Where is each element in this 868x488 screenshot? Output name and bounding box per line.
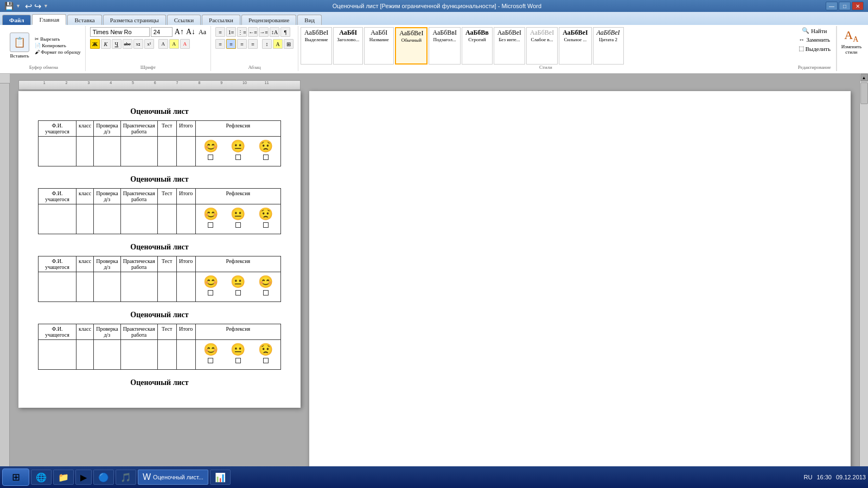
title-bar: 💾 ▼ ↩ ↪ ▼ Оценочный лист [Режим ограниче…	[0, 0, 868, 12]
scroll-up-button[interactable]: ▲	[860, 74, 868, 81]
vba-icon: 📊	[215, 472, 226, 483]
font-row2: Ж К Ч abe x₂ x¹ А А А	[90, 39, 190, 49]
font-name-input[interactable]	[90, 27, 150, 37]
col-class-2: класс	[76, 189, 94, 204]
align-right-button[interactable]: ≡	[237, 39, 247, 49]
text-effect-button[interactable]: А	[158, 39, 168, 49]
cell-class-3	[76, 272, 94, 302]
align-left-button[interactable]: ≡	[215, 39, 225, 49]
tab-review[interactable]: Рецензирование	[241, 15, 296, 25]
taskbar-ie[interactable]: 🌐	[31, 470, 52, 485]
tab-references[interactable]: Ссылки	[167, 15, 201, 25]
find-button[interactable]: 🔍 Найти	[802, 27, 827, 34]
font-grow-button[interactable]: A↑	[175, 28, 184, 36]
font-size-input[interactable]	[151, 27, 173, 37]
style-цитата[interactable]: АаБбВеIЦитата 2	[593, 27, 624, 65]
align-center-button[interactable]: ≡	[226, 39, 236, 49]
borders-button[interactable]: ⊞	[284, 39, 293, 49]
italic-button[interactable]: К	[101, 39, 111, 49]
clear-format-button[interactable]: Aa	[199, 28, 206, 36]
ruler-corner	[0, 74, 10, 84]
cell-test-4	[157, 340, 176, 370]
list-bullets-button[interactable]: ≡	[215, 27, 225, 37]
tab-file[interactable]: Файл	[2, 15, 31, 25]
shading-button[interactable]: A	[273, 39, 283, 49]
style-сильное[interactable]: АаБбВеIСильное ...	[559, 27, 591, 65]
cell-reflex-2: 😊 😐 😟	[195, 204, 280, 234]
col-name-2: Ф.И. учащегося	[39, 189, 76, 204]
style-выделение[interactable]: АаБбВеIВыделение	[301, 27, 332, 65]
style-слабое-в[interactable]: АаБбВеIСлабое в...	[526, 27, 558, 65]
cell-total-3	[176, 272, 195, 302]
sort-button[interactable]: ↕A	[270, 27, 279, 37]
taskbar-vba[interactable]: 📊	[210, 470, 231, 485]
maximize-button[interactable]: □	[839, 2, 851, 10]
emoji-sad-3: 😊	[258, 276, 273, 288]
ruler-horizontal: 1 2 3 4 5 6 7 8 9 10 11	[18, 80, 301, 90]
taskbar-word[interactable]: W Оценочный лист...	[138, 470, 208, 485]
checkbox-sad-1	[263, 155, 269, 160]
justify-button[interactable]: ≡	[248, 39, 258, 49]
checkbox-neutral-2	[235, 222, 241, 228]
start-button[interactable]: ⊞	[2, 468, 29, 486]
style-без-инте[interactable]: АаБбВеIБез инте...	[494, 27, 525, 65]
section-4-title: Оценочный лист	[38, 311, 281, 319]
taskbar-explorer[interactable]: 📁	[53, 470, 74, 485]
font-shrink-button[interactable]: A↓	[186, 28, 195, 36]
multilevel-list-button[interactable]: ⋮≡	[237, 27, 247, 37]
style-обычный[interactable]: АаБбВеIОбычный	[395, 27, 427, 65]
close-button[interactable]: ✕	[852, 2, 864, 10]
cell-total-2	[176, 204, 195, 234]
copy-button[interactable]: 📄 Копировать	[35, 43, 81, 48]
replace-icon: ↔	[799, 36, 805, 43]
paragraph-content: ≡ 1≡ ⋮≡ ←≡ →≡ ↕A ¶ ≡ ≡ ≡ ≡ ↕ A ⊞	[215, 27, 293, 63]
change-styles-button[interactable]: AA	[844, 28, 858, 44]
font-color-button[interactable]: А	[180, 39, 190, 49]
tab-page-layout[interactable]: Разметка страницы	[103, 15, 166, 25]
col-class-4: класс	[76, 324, 94, 340]
checkbox-happy-4	[208, 358, 213, 363]
ribbon-body: 📋 Вставить ✂ Вырезать 📄 Копировать 🖌 Фор…	[0, 25, 868, 74]
font-label: Шрифт	[141, 65, 156, 70]
decrease-indent-button[interactable]: ←≡	[248, 27, 258, 37]
tab-mailings[interactable]: Рассылки	[202, 15, 240, 25]
style-строгий[interactable]: АаБбВвСтрогий	[462, 27, 493, 65]
col-reflex-1: Рефлексия	[195, 121, 280, 137]
cell-hw-3	[94, 272, 120, 302]
tab-view[interactable]: Вид	[297, 15, 322, 25]
col-practice-2: Практическая работа	[120, 189, 157, 204]
section-1-title: Оценочный лист	[38, 107, 281, 116]
taskbar-media[interactable]: ▶	[75, 470, 92, 485]
bold-button[interactable]: Ж	[90, 39, 100, 49]
taskbar-winamp[interactable]: 🎵	[116, 470, 136, 485]
checkbox-happy-2	[208, 222, 213, 228]
strikethrough-button[interactable]: abe	[123, 39, 132, 49]
checkbox-sad-2	[263, 222, 269, 228]
scroll-thumb[interactable]	[860, 82, 868, 104]
paste-button[interactable]: 📋 Вставить	[7, 33, 33, 59]
superscript-button[interactable]: x¹	[144, 39, 154, 49]
style-название[interactable]: АаБбIНазвание	[364, 27, 394, 65]
tray-date: 09.12.2013	[836, 474, 866, 480]
checkbox-happy-3	[208, 290, 213, 296]
taskbar-chrome[interactable]: 🔵	[93, 470, 114, 485]
highlight-button[interactable]: А	[169, 39, 179, 49]
underline-button[interactable]: Ч	[112, 39, 122, 49]
increase-indent-button[interactable]: →≡	[259, 27, 269, 37]
subscript-button[interactable]: x₂	[133, 39, 143, 49]
replace-button[interactable]: ↔ Заменить	[799, 36, 830, 43]
cut-button[interactable]: ✂ Вырезать	[35, 36, 81, 42]
left-page-wrapper: 1 2 3 4 5 6 7 8 9 10 11	[18, 80, 301, 481]
cell-test-3	[157, 272, 176, 302]
minimize-button[interactable]: —	[826, 2, 838, 10]
line-spacing-button[interactable]: ↕	[262, 39, 272, 49]
tab-home[interactable]: Главная	[32, 14, 66, 25]
select-button[interactable]: ⬚ Выделить	[799, 45, 831, 52]
show-marks-button[interactable]: ¶	[280, 27, 290, 37]
format-painter-button[interactable]: 🖌 Формат по образцу	[35, 49, 81, 55]
cell-practice-2	[120, 204, 157, 234]
list-numbers-button[interactable]: 1≡	[226, 27, 236, 37]
tab-insert[interactable]: Вставка	[67, 15, 101, 25]
style-заголовок[interactable]: АаБбIЗаголово...	[333, 27, 363, 65]
style-подзаголовок[interactable]: АаБбВвIПодзагол...	[429, 27, 461, 65]
